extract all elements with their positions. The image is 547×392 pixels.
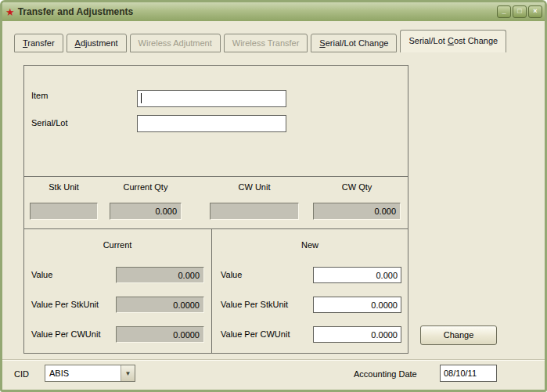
- window: ★ Transfer and Adjustments _ □ × Transfe…: [0, 0, 547, 392]
- tab-label-pre: Wireless Adjutment: [139, 38, 212, 48]
- cw-unit-header: CW Unit: [210, 182, 299, 192]
- window-title: Transfer and Adjustments: [18, 6, 497, 17]
- tab-label-post: djustment: [81, 38, 118, 48]
- tab-adjustment[interactable]: Adjustment: [67, 34, 127, 52]
- new-panel-title: New: [211, 239, 408, 250]
- current-qty-header: Current Qty: [110, 182, 182, 192]
- tab-serial-lot-change[interactable]: Serial/Lot Change: [311, 34, 397, 52]
- text-cursor: [141, 93, 142, 103]
- item-label: Item: [31, 89, 48, 102]
- chevron-down-icon[interactable]: ▼: [121, 365, 135, 381]
- current-value-per-cwunit-field: 0.0000: [116, 326, 204, 343]
- serial-lot-input[interactable]: [137, 115, 286, 132]
- tab-label-key: S: [319, 38, 325, 48]
- units-section-divider: [23, 176, 408, 177]
- titlebar[interactable]: ★ Transfer and Adjustments _ □ ×: [2, 2, 545, 21]
- maximize-button[interactable]: □: [513, 5, 527, 18]
- window-controls: _ □ ×: [497, 5, 542, 18]
- cw-qty-field: 0.000: [313, 203, 401, 220]
- tab-label-post: erial/Lot Change: [326, 38, 389, 48]
- current-value-per-stkunit-field: 0.0000: [116, 297, 204, 313]
- cid-dropdown[interactable]: ABIS ▼: [45, 365, 135, 382]
- close-button[interactable]: ×: [528, 5, 542, 18]
- current-panel-title: Current: [23, 239, 211, 250]
- minimize-button[interactable]: _: [497, 5, 511, 18]
- tab-label-pre: Wireless Transfer: [232, 38, 300, 48]
- current-value-per-stkunit-label: Value Per StkUnit: [31, 298, 99, 311]
- new-value-per-stkunit-input[interactable]: [313, 297, 401, 313]
- tab-label-key: C: [448, 36, 454, 45]
- accounting-date-label: Accounting Date: [354, 368, 417, 380]
- tab-label-pre: Serial/Lot: [408, 36, 448, 45]
- current-value-per-cwunit-label: Value Per CWUnit: [31, 328, 100, 340]
- footer-divider: [2, 359, 545, 361]
- new-value-per-cwunit-input[interactable]: [313, 326, 401, 343]
- tab-serial-lot-cost-change[interactable]: Serial/Lot Cost Change: [400, 30, 506, 52]
- tab-bar: Transfer Adjustment Wireless Adjutment W…: [14, 30, 506, 52]
- new-value-per-cwunit-label: Value Per CWUnit: [221, 328, 290, 340]
- current-value-label: Value: [31, 268, 52, 281]
- serial-lot-label: Serial/Lot: [31, 117, 67, 129]
- stk-unit-header: Stk Unit: [30, 182, 98, 192]
- new-value-label: Value: [221, 268, 242, 281]
- item-input[interactable]: [137, 90, 286, 107]
- current-qty-field: 0.000: [110, 203, 182, 220]
- panels-section-divider: [23, 228, 408, 229]
- new-value-input[interactable]: [313, 267, 401, 283]
- current-value-field: 0.000: [116, 267, 204, 283]
- tab-transfer[interactable]: Transfer: [14, 34, 63, 52]
- cw-unit-field: [210, 203, 299, 220]
- new-value-per-stkunit-label: Value Per StkUnit: [221, 298, 288, 311]
- tab-wireless-adjutment: Wireless Adjutment: [130, 34, 221, 52]
- accounting-date-field[interactable]: [440, 365, 497, 382]
- stk-unit-field: [30, 203, 98, 220]
- tab-label-post: ransfer: [27, 38, 54, 48]
- tab-wireless-transfer: Wireless Transfer: [224, 34, 308, 52]
- tab-label-key: A: [75, 38, 81, 48]
- cw-qty-header: CW Qty: [313, 182, 401, 192]
- change-button[interactable]: Change: [420, 325, 497, 345]
- tab-label-post: ost Change: [454, 36, 498, 45]
- cid-selected-value: ABIS: [45, 365, 121, 381]
- app-icon: ★: [5, 7, 15, 17]
- cid-label: CID: [14, 368, 29, 380]
